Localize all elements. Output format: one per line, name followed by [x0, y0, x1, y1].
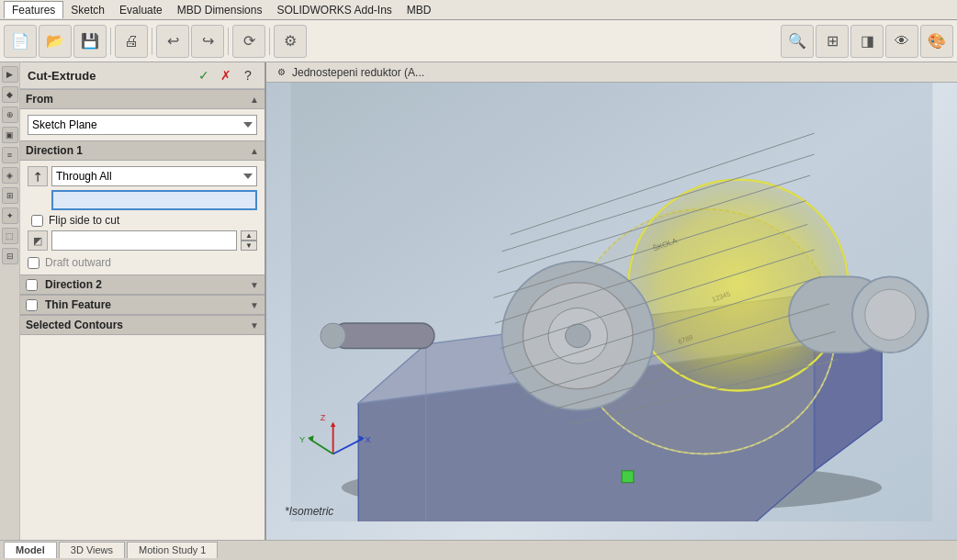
from-section-content: Sketch Plane	[20, 109, 265, 140]
direction1-section-content: ↗ Through All Flip side to cut ◩ ▲	[20, 161, 265, 274]
svg-point-16	[321, 323, 346, 349]
tab-3d-views[interactable]: 3D Views	[59, 542, 125, 558]
svg-point-19	[865, 289, 916, 340]
tab-model[interactable]: Model	[4, 542, 57, 558]
rebuild-button[interactable]: ⟳	[232, 25, 265, 58]
toolbar-separator-4	[269, 28, 270, 55]
viewport-title: Jednostepeni reduktor (A...	[292, 66, 424, 79]
side-icon-9[interactable]: ⬚	[2, 228, 18, 244]
menu-bar: Features Sketch Evaluate MBD Dimensions …	[0, 0, 957, 20]
direction2-enable-checkbox[interactable]	[26, 279, 38, 291]
arrow-diagonal-icon: ↗	[28, 167, 47, 185]
redo-button[interactable]: ↪	[191, 25, 224, 58]
thin-collapse-arrow: ▼	[250, 300, 259, 310]
menu-features[interactable]: Features	[4, 1, 63, 18]
tab-motion-study[interactable]: Motion Study 1	[127, 542, 218, 558]
search-button[interactable]: 🔍	[781, 25, 814, 58]
panel-action-icons: ✓ ✗ ?	[195, 66, 257, 84]
direction1-preview-box[interactable]	[51, 190, 257, 210]
svg-text:X: X	[366, 435, 371, 444]
contours-header-left: Selected Contours	[26, 319, 123, 331]
menu-evaluate[interactable]: Evaluate	[112, 2, 170, 18]
from-section-header[interactable]: From ▲	[20, 89, 265, 109]
dir2-collapse-arrow: ▼	[250, 280, 259, 290]
draft-icon[interactable]: ◩	[28, 230, 48, 251]
cancel-button[interactable]: ✗	[217, 66, 235, 84]
thin-feature-label: Thin Feature	[45, 298, 111, 311]
thin-header-left: Thin Feature	[26, 298, 111, 311]
direction1-section-header[interactable]: Direction 1 ▲	[20, 140, 265, 161]
menu-mbd-dimensions[interactable]: MBD Dimensions	[170, 2, 270, 18]
direction2-section-header[interactable]: Direction 2 ▼	[20, 274, 265, 295]
viewport-titlebar: ⚙ Jednostepeni reduktor (A...	[266, 62, 957, 83]
draft-value-input[interactable]	[51, 230, 237, 251]
draft-outward-checkbox[interactable]	[28, 257, 39, 269]
svg-text:Z: Z	[321, 413, 326, 422]
side-icon-8[interactable]: ✦	[2, 207, 18, 224]
toolbar-separator-1	[110, 28, 111, 55]
flip-side-row: Flip side to cut	[31, 214, 257, 227]
new-button[interactable]: 📄	[4, 25, 37, 58]
draft-outward-row: Draft outward	[28, 256, 257, 269]
properties-panel: Cut-Extrude ✓ ✗ ? From ▲ Sketch Plane Di…	[20, 62, 266, 540]
toolbar-separator-2	[152, 28, 152, 55]
direction2-label: Direction 2	[45, 278, 102, 291]
draft-spin-down[interactable]: ▼	[241, 241, 257, 251]
print-button[interactable]: 🖨	[115, 25, 148, 58]
panel-title: Cut-Extrude	[28, 69, 96, 83]
dir2-header-left: Direction 2	[26, 278, 102, 291]
menu-solidworks-addins[interactable]: SOLIDWORKS Add-Ins	[269, 2, 399, 18]
side-icon-4[interactable]: ▣	[2, 127, 18, 143]
selected-contours-section-header[interactable]: Selected Contours ▼	[20, 315, 265, 335]
side-icon-10[interactable]: ⊟	[2, 248, 18, 264]
ok-button[interactable]: ✓	[195, 66, 213, 84]
side-icon-7[interactable]: ⊞	[2, 187, 18, 204]
side-icon-1[interactable]: ▶	[2, 66, 18, 83]
dir1-collapse-arrow: ▲	[250, 146, 259, 156]
view-label: *Isometric	[285, 505, 333, 518]
flip-side-label: Flip side to cut	[49, 214, 119, 227]
display-style-button[interactable]: ◨	[850, 25, 884, 58]
menu-sketch[interactable]: Sketch	[63, 2, 112, 18]
viewport-title-icon: ⚙	[274, 65, 288, 80]
from-collapse-arrow: ▲	[250, 95, 259, 105]
svg-rect-15	[333, 323, 434, 349]
side-icon-6[interactable]: ◈	[2, 167, 18, 184]
svg-point-14	[565, 324, 591, 348]
draft-spin-row: ◩ ▲ ▼	[28, 230, 257, 251]
side-icon-3[interactable]: ⊕	[2, 106, 18, 123]
direction1-input-area	[51, 190, 257, 210]
side-icons-panel: ▶ ◆ ⊕ ▣ ≡ ◈ ⊞ ✦ ⬚ ⊟	[0, 62, 20, 540]
panel-header: Cut-Extrude ✓ ✗ ?	[20, 62, 265, 89]
help-button[interactable]: ?	[239, 66, 257, 84]
direction1-type-select[interactable]: Through All	[51, 166, 257, 186]
main-layout: ▶ ◆ ⊕ ▣ ≡ ◈ ⊞ ✦ ⬚ ⊟ Cut-Extrude ✓ ✗ ? Fr…	[0, 62, 957, 540]
thin-feature-section-header[interactable]: Thin Feature ▼	[20, 295, 265, 315]
flip-side-checkbox[interactable]	[31, 215, 43, 227]
view-orient-button[interactable]: ⊞	[816, 25, 849, 58]
direction1-label: Direction 1	[26, 144, 83, 157]
side-icon-5[interactable]: ≡	[2, 147, 18, 163]
bottom-bar: Model 3D Views Motion Study 1	[0, 540, 957, 558]
undo-button[interactable]: ↩	[156, 25, 189, 58]
thin-feature-enable-checkbox[interactable]	[26, 299, 38, 311]
from-header-left: From	[26, 93, 53, 106]
open-button[interactable]: 📂	[39, 25, 72, 58]
hide-show-button[interactable]: 👁	[885, 25, 918, 58]
model-3d-area[interactable]: ŠKOLA 12345 6789 Z X Y	[266, 83, 957, 521]
3d-viewport[interactable]: ⚙ Jednostepeni reduktor (A...	[266, 62, 957, 540]
dir1-header-left: Direction 1	[26, 144, 83, 157]
draft-spin-up[interactable]: ▲	[241, 230, 257, 241]
menu-mbd[interactable]: MBD	[400, 2, 439, 18]
svg-text:Y: Y	[299, 435, 305, 444]
model-svg: ŠKOLA 12345 6789 Z X Y	[266, 83, 957, 521]
selected-contours-label: Selected Contours	[26, 319, 123, 331]
direction1-type-row: ↗ Through All	[28, 166, 257, 186]
edit-appearance-button[interactable]: 🎨	[920, 25, 953, 58]
direction1-type-icon[interactable]: ↗	[28, 166, 48, 186]
save-button[interactable]: 💾	[73, 25, 107, 58]
side-icon-2[interactable]: ◆	[2, 86, 18, 103]
from-select[interactable]: Sketch Plane	[28, 115, 257, 135]
draft-outward-label: Draft outward	[45, 256, 111, 269]
options-button[interactable]: ⚙	[274, 25, 307, 58]
